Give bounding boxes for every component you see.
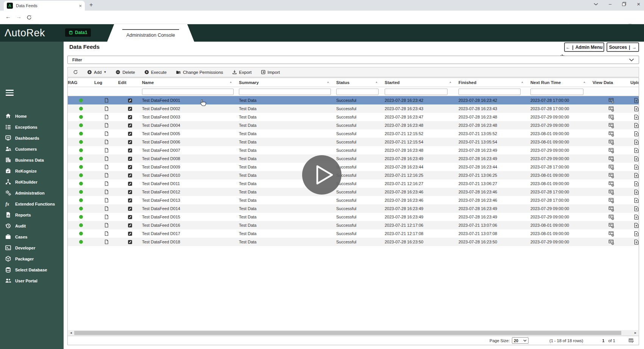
upload-button[interactable] (630, 131, 639, 137)
add-button[interactable]: Add ▼ (87, 70, 106, 75)
view-data-button[interactable] (593, 231, 630, 237)
table-row[interactable]: Test DataFeed D018 Test Data Successful … (68, 238, 639, 246)
upload-button[interactable] (630, 223, 639, 228)
view-data-button[interactable] (593, 123, 630, 128)
grid-settings-icon[interactable] (628, 338, 634, 343)
table-row[interactable]: Test DataFeed D008 Test Data Successful … (68, 154, 639, 163)
status-filter-input[interactable] (336, 89, 379, 95)
column-header-summary[interactable]: Summary▲ (239, 80, 336, 85)
log-button[interactable] (94, 206, 118, 211)
edit-button[interactable] (118, 240, 142, 245)
log-button[interactable] (94, 106, 118, 111)
import-button[interactable]: Import (261, 70, 280, 75)
sidebar-item-rekognize[interactable]: ReKognize (0, 165, 64, 176)
table-row[interactable]: Test DataFeed D013 Test Data Successful … (68, 196, 639, 204)
sources-button[interactable]: Sources| → (607, 42, 639, 52)
upload-button[interactable] (630, 98, 639, 103)
sidebar-item-home[interactable]: Home (0, 111, 64, 122)
scroll-left-icon[interactable]: ◄ (68, 330, 74, 336)
view-data-button[interactable] (593, 198, 630, 203)
upload-button[interactable] (630, 231, 639, 237)
column-header-status[interactable]: Status▲ (336, 80, 385, 85)
table-row[interactable]: Test DataFeed D011 Test Data Successful … (68, 179, 639, 188)
sidebar-item-exceptions[interactable]: Exceptions (0, 122, 64, 132)
edit-button[interactable] (118, 148, 142, 153)
view-data-button[interactable] (593, 139, 630, 145)
edit-button[interactable] (118, 140, 142, 145)
view-data-button[interactable] (593, 164, 630, 170)
edit-button[interactable] (118, 215, 142, 220)
edit-button[interactable] (118, 165, 142, 170)
edit-button[interactable] (118, 190, 142, 195)
column-header-next-run-time[interactable]: Next Run Time▲ (530, 80, 593, 85)
horizontal-scrollbar[interactable]: ◄ ► (68, 330, 638, 336)
table-row[interactable]: Test DataFeed D005 Test Data Successful … (68, 129, 639, 138)
video-play-button[interactable] (302, 155, 341, 195)
upload-button[interactable] (630, 139, 639, 145)
table-row[interactable]: Test DataFeed D004 Test Data Successful … (68, 121, 639, 129)
column-header-edit[interactable]: Edit (118, 80, 142, 85)
started-filter-input[interactable] (385, 89, 448, 95)
sidebar-item-administration[interactable]: Administration (0, 187, 64, 198)
log-button[interactable] (94, 181, 118, 186)
edit-button[interactable] (118, 181, 142, 186)
edit-button[interactable] (118, 156, 142, 161)
upload-button[interactable] (630, 214, 639, 220)
upload-button[interactable] (630, 164, 639, 170)
upload-button[interactable] (630, 114, 639, 120)
filter-panel-header[interactable]: Filter (67, 56, 639, 64)
log-button[interactable] (94, 139, 118, 145)
view-data-button[interactable] (593, 239, 630, 245)
upload-button[interactable] (630, 148, 639, 153)
log-button[interactable] (94, 148, 118, 153)
sidebar-item-business-data[interactable]: Business Data (0, 154, 64, 165)
view-data-button[interactable] (593, 148, 630, 153)
new-tab-button[interactable]: + (89, 2, 93, 8)
sidebar-item-developer[interactable]: Developer (0, 242, 64, 253)
export-button[interactable]: Export (232, 70, 251, 75)
table-row[interactable]: Test DataFeed D014 Test Data Successful … (68, 204, 639, 213)
sidebar-item-select-database[interactable]: Select Database (0, 264, 64, 275)
chevron-down-icon[interactable] (629, 58, 634, 62)
table-row[interactable]: Test DataFeed D017 Test Data Successful … (68, 229, 639, 238)
column-header-log[interactable]: Log (94, 80, 118, 85)
sidebar-item-cases[interactable]: Cases (0, 231, 64, 242)
table-row[interactable]: Test DataFeed D006 Test Data Successful … (68, 138, 639, 146)
table-row[interactable]: Test DataFeed D009 Test Data Successful … (68, 163, 639, 171)
column-header-started[interactable]: Started▲ (385, 80, 458, 85)
column-header-finished[interactable]: Finished▲ (458, 80, 530, 85)
scroll-right-icon[interactable]: ► (633, 330, 638, 336)
console-tab[interactable]: Administration Console (107, 24, 194, 42)
table-row[interactable]: Test DataFeed D010 Test Data Successful … (68, 171, 639, 179)
upload-button[interactable] (630, 156, 639, 162)
window-maximize-button[interactable] (622, 2, 626, 6)
upload-button[interactable] (630, 189, 639, 195)
upload-button[interactable] (630, 123, 639, 128)
log-button[interactable] (94, 239, 118, 245)
edit-button[interactable] (118, 106, 142, 111)
log-button[interactable] (94, 189, 118, 195)
log-button[interactable] (94, 156, 118, 161)
sidebar-item-rekbuilder[interactable]: ReKbuilder (0, 176, 64, 187)
finished-filter-input[interactable] (458, 89, 521, 95)
change-permissions-button[interactable]: Change Permissions (176, 70, 223, 75)
back-button[interactable]: ← (5, 13, 11, 20)
view-data-button[interactable] (593, 156, 630, 162)
view-data-button[interactable] (593, 206, 630, 212)
table-row[interactable]: Test DataFeed D016 Test Data Successful … (68, 221, 639, 229)
view-data-button[interactable] (593, 181, 630, 187)
page-size-select[interactable]: 20 (512, 337, 529, 344)
table-row[interactable]: Test DataFeed D001 Test Data Successful … (68, 96, 639, 104)
sidebar-item-packager[interactable]: Packager (0, 253, 64, 264)
table-row[interactable]: Test DataFeed D002 Test Data Successful … (68, 104, 639, 113)
view-data-button[interactable] (593, 131, 630, 137)
view-data-button[interactable] (593, 106, 630, 112)
edit-button[interactable] (118, 231, 142, 236)
edit-button[interactable] (118, 198, 142, 203)
log-button[interactable] (94, 98, 118, 103)
edit-button[interactable] (118, 173, 142, 178)
view-data-button[interactable] (593, 173, 630, 178)
column-header-name[interactable]: Name▲ (142, 80, 239, 85)
sidebar-item-dashboards[interactable]: Dashboards (0, 132, 64, 143)
summary-filter-input[interactable] (239, 89, 331, 95)
